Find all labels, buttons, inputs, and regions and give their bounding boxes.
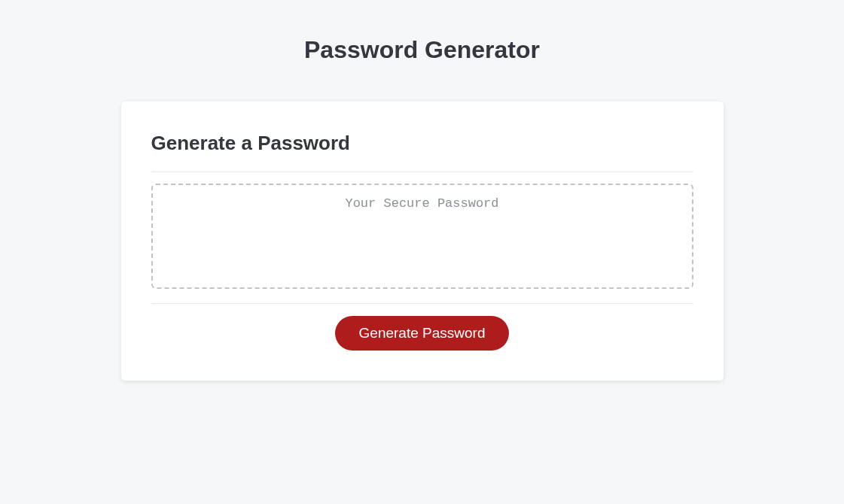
generator-card: Generate a Password Generate Password: [121, 102, 724, 381]
main-wrapper: Password Generator Generate a Password G…: [121, 0, 724, 381]
card-body: [151, 172, 693, 304]
generate-button[interactable]: Generate Password: [335, 316, 510, 351]
card-title: Generate a Password: [151, 132, 693, 155]
card-footer: Generate Password: [151, 304, 693, 351]
password-output[interactable]: [151, 184, 693, 289]
page-title: Password Generator: [121, 36, 724, 64]
card-header: Generate a Password: [151, 132, 693, 172]
